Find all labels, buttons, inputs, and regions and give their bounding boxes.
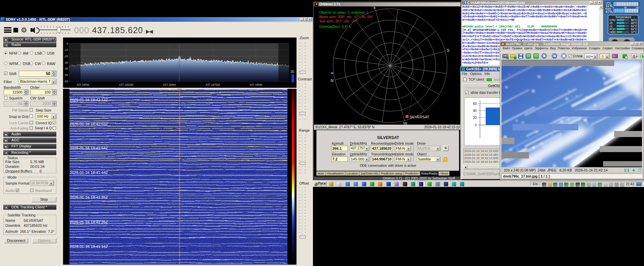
svg-text:437.1825M: 437.1825M bbox=[119, 83, 133, 86]
svg-text:437.190M: 437.190M bbox=[250, 83, 262, 86]
svg-text:-50: -50 bbox=[64, 73, 68, 77]
svg-text:-10: -10 bbox=[64, 48, 68, 52]
svg-text:W: W bbox=[403, 121, 407, 124]
svg-text:-30: -30 bbox=[64, 61, 68, 64]
svg-text:Sun azm: 287°, elv: -37°: Sun azm: 287°, elv: -37° bbox=[319, 19, 357, 23]
svg-text:N: N bbox=[331, 78, 334, 83]
svg-text:2026-01-16 18:41:54Z: 2026-01-16 18:41:54Z bbox=[70, 146, 108, 150]
svg-text:Moon azm: 308°, elv: -57°, ilu: Moon azm: 308°, elv: -57°, ilu: 5% bbox=[319, 15, 372, 19]
svg-text:40: 40 bbox=[473, 109, 477, 113]
svg-text:-20: -20 bbox=[64, 55, 68, 58]
svg-text:2026-01-16 18:41:26Z: 2026-01-16 18:41:26Z bbox=[70, 220, 108, 224]
svg-text:-40: -40 bbox=[64, 67, 68, 70]
svg-text:GeomagDecl: 6.8° E: GeomagDecl: 6.8° E bbox=[319, 24, 352, 28]
svg-text:E: E bbox=[374, 6, 376, 10]
svg-text:0: 0 bbox=[475, 123, 477, 127]
svg-text:0: 0 bbox=[66, 42, 68, 45]
svg-text:2026-01-16 18:41:35Z: 2026-01-16 18:41:35Z bbox=[70, 195, 108, 199]
svg-text:20: 20 bbox=[473, 116, 477, 120]
svg-text:20: 20 bbox=[290, 70, 294, 74]
svg-text:437.180M: 437.180M bbox=[76, 83, 89, 86]
svg-text:437.185M: 437.185M bbox=[163, 83, 176, 86]
svg-text:2026-01-16 18:42:03Z: 2026-01-16 18:42:03Z bbox=[70, 122, 108, 126]
svg-text:SILVERSAT: SILVERSAT bbox=[410, 115, 429, 119]
svg-text:Objects on radar: 1, eclipsed:: Objects on radar: 1, eclipsed: 1 bbox=[319, 10, 368, 14]
svg-text:-60: -60 bbox=[64, 80, 68, 83]
svg-text:2026-01-16 18:41:44Z: 2026-01-16 18:41:44Z bbox=[70, 171, 108, 175]
svg-text:60: 60 bbox=[473, 102, 477, 106]
svg-text:437.1875M: 437.1875M bbox=[206, 83, 220, 86]
svg-text:2026-01-16 18:41:16Z: 2026-01-16 18:41:16Z bbox=[70, 245, 108, 249]
svg-text:S: S bbox=[447, 48, 449, 53]
svg-text:2026-01-16 18:42:12Z: 2026-01-16 18:42:12Z bbox=[70, 98, 108, 102]
